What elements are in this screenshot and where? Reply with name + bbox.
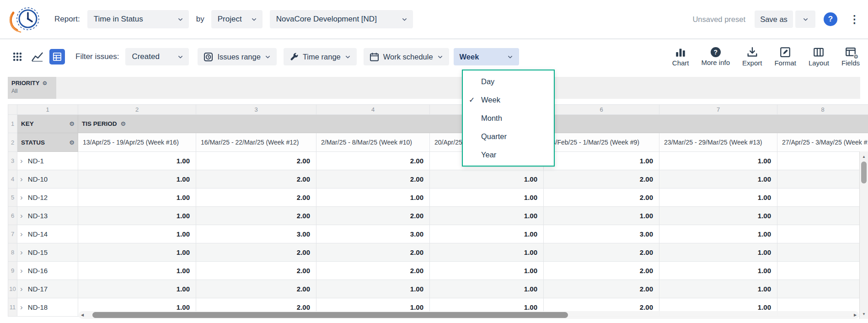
issue-key-cell[interactable]: › ND-12	[17, 188, 78, 207]
value-cell: 3.00	[544, 225, 659, 243]
expand-chevron-icon[interactable]: ›	[20, 266, 23, 275]
work-schedule-label: Work schedule	[383, 53, 433, 61]
grid-view-button[interactable]	[10, 49, 25, 64]
chart-view-button[interactable]	[30, 49, 44, 64]
issue-key-cell[interactable]: › ND-14	[17, 225, 78, 243]
expand-chevron-icon[interactable]: ›	[20, 211, 23, 220]
layout-button[interactable]: Layout	[809, 47, 829, 67]
grid-dots-icon	[12, 52, 22, 62]
issue-key-cell[interactable]: › ND-16	[17, 262, 78, 280]
more-info-label: More info	[702, 59, 730, 66]
value-cell: 1.00	[430, 243, 544, 262]
horizontal-scrollbar[interactable]: ◀ ▶	[79, 311, 859, 319]
filter-value: Created	[132, 52, 159, 61]
preset-status: Unsaved preset	[692, 15, 745, 24]
bar-chart-icon	[675, 47, 686, 58]
value-cell: 2.00	[196, 207, 316, 225]
vertical-scrollbar[interactable]: ▲ ▼	[859, 151, 868, 319]
report-label: Report:	[54, 15, 80, 24]
expand-chevron-icon[interactable]: ›	[20, 285, 23, 293]
value-cell: 1.00	[430, 188, 544, 207]
issue-key: ND-17	[28, 285, 48, 293]
fields-label: Fields	[841, 59, 860, 67]
priority-filter-box[interactable]: PRIORITY ⚙ All	[8, 77, 56, 99]
help-button[interactable]: ?	[824, 12, 837, 26]
scroll-right-arrow-icon[interactable]: ▶	[852, 313, 859, 317]
status-header-cell: STATUS ⚙	[17, 133, 78, 152]
format-button[interactable]: Format	[774, 47, 796, 67]
horizontal-scrollbar-track[interactable]	[86, 311, 852, 319]
more-menu-button[interactable]: ⋮	[847, 13, 863, 26]
issue-key-cell[interactable]: › ND-13	[17, 207, 78, 225]
expand-chevron-icon[interactable]: ›	[20, 156, 23, 165]
chevron-down-icon	[507, 54, 513, 60]
row-number-cell: 8	[8, 243, 17, 262]
work-schedule-button[interactable]: Work schedule	[364, 48, 449, 65]
period-option-label: Quarter	[481, 132, 507, 141]
tis-period-settings-gear-icon[interactable]: ⚙	[121, 120, 126, 127]
priority-label: PRIORITY	[11, 80, 39, 86]
period-option-month[interactable]: Month	[463, 109, 554, 127]
value-cell	[777, 152, 868, 170]
period-option-year[interactable]: Year	[463, 145, 554, 164]
expand-chevron-icon[interactable]: ›	[20, 303, 23, 312]
table-row: 4 › ND-10 1.00 2.00 2.00 1.00 2.00 1.00	[8, 170, 868, 188]
value-cell: 1.00	[316, 188, 430, 207]
row-number-cell: 10	[8, 280, 17, 298]
issue-key-cell[interactable]: › ND-1	[17, 152, 78, 170]
issue-key-cell[interactable]: › ND-17	[17, 280, 78, 298]
value-cell: 1.00	[659, 225, 777, 243]
save-as-button[interactable]: Save as	[755, 11, 793, 28]
more-info-button[interactable]: ? More info	[702, 47, 730, 66]
scroll-left-arrow-icon[interactable]: ◀	[79, 313, 86, 317]
column-numbers-row: 1 2 3 4 5 6 7 8	[8, 105, 868, 115]
horizontal-scrollbar-thumb[interactable]	[92, 312, 568, 318]
key-settings-gear-icon[interactable]: ⚙	[69, 120, 75, 127]
priority-settings-gear-icon[interactable]: ⚙	[42, 80, 47, 86]
scroll-down-arrow-icon[interactable]: ▼	[860, 310, 868, 318]
chevron-down-icon	[437, 54, 443, 60]
expand-chevron-icon[interactable]: ›	[20, 175, 23, 183]
vertical-scrollbar-thumb[interactable]	[861, 162, 867, 183]
period-option-day[interactable]: Day	[463, 72, 554, 91]
period-select[interactable]: Week	[454, 48, 519, 65]
time-range-button[interactable]: Time range	[284, 48, 357, 65]
expand-chevron-icon[interactable]: ›	[20, 230, 23, 238]
table-row: 9 › ND-16 1.00 2.00 2.00 1.00 2.00 1.00	[8, 262, 868, 280]
filter-select[interactable]: Created	[125, 48, 189, 65]
issue-key-cell[interactable]: › ND-15	[17, 243, 78, 262]
status-settings-gear-icon[interactable]: ⚙	[69, 139, 75, 146]
column-number-cell: 4	[316, 105, 430, 115]
chevron-down-icon	[251, 16, 257, 22]
chart-action-button[interactable]: Chart	[672, 47, 689, 67]
table-row: 5 › ND-12 1.00 2.00 1.00 1.00 2.00 1.00	[8, 188, 868, 207]
expand-chevron-icon[interactable]: ›	[20, 193, 23, 202]
save-as-dropdown-button[interactable]	[795, 11, 815, 28]
fields-button[interactable]: ⚙ Fields	[841, 47, 860, 67]
issue-key-cell[interactable]: › ND-10	[17, 170, 78, 188]
project-select[interactable]: NovaCore Development [ND]	[270, 10, 413, 28]
wrench-icon	[289, 52, 299, 61]
period-option-quarter[interactable]: Quarter	[463, 127, 554, 145]
scroll-up-arrow-icon[interactable]: ▲	[860, 152, 868, 161]
value-cell	[777, 225, 868, 243]
row-number-cell: 5	[8, 188, 17, 207]
period-option-week[interactable]: ✓ Week	[463, 91, 554, 109]
calendar-icon	[370, 52, 379, 62]
period-dropdown-menu: Day ✓ Week Month Quarter Year	[462, 70, 555, 167]
report-type-select[interactable]: Time in Status	[87, 10, 189, 28]
issue-key-cell[interactable]: › ND-18	[17, 298, 78, 317]
topbar-right-group: Unsaved preset Save as ? ⋮	[692, 11, 863, 28]
value-cell: 3.00	[196, 225, 316, 243]
date-header-cell: 16/Mar/25 - 22/Mar/25 (Week #12)	[196, 133, 316, 152]
export-button[interactable]: Export	[742, 47, 762, 67]
table-view-button[interactable]	[49, 49, 65, 65]
value-cell: 1.00	[659, 280, 777, 298]
group-by-select[interactable]: Project	[211, 10, 263, 28]
expand-chevron-icon[interactable]: ›	[20, 248, 23, 257]
issues-range-button[interactable]: Issues range	[198, 48, 276, 65]
time-range-label: Time range	[303, 53, 341, 61]
issues-range-label: Issues range	[217, 53, 260, 61]
row-number-cell: 1	[8, 115, 17, 133]
value-cell	[777, 170, 868, 188]
